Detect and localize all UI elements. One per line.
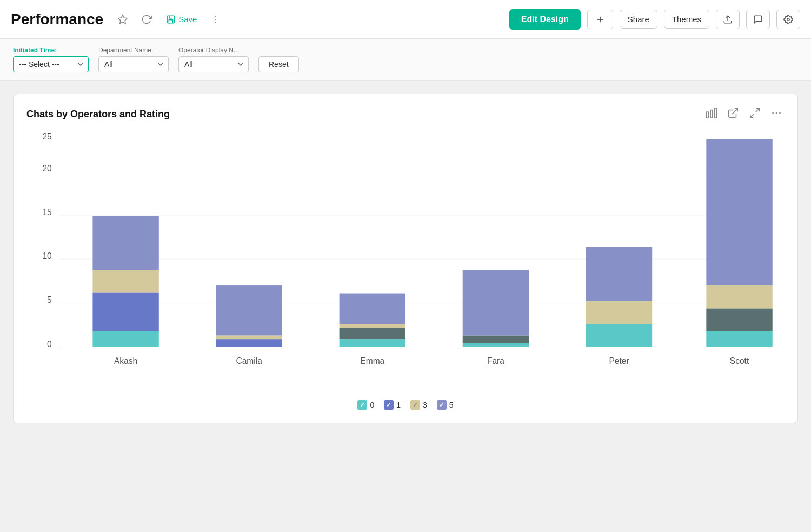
page-title: Performance: [11, 11, 103, 28]
svg-point-16: [776, 112, 777, 114]
svg-rect-37: [216, 285, 282, 335]
svg-text:Fara: Fara: [487, 356, 504, 365]
comment-icon: [753, 15, 763, 24]
svg-marker-0: [118, 15, 128, 23]
svg-line-13: [756, 109, 759, 112]
themes-button[interactable]: Themes: [664, 10, 709, 29]
save-button[interactable]: Save: [162, 12, 201, 26]
svg-text:5: 5: [47, 295, 52, 304]
edit-design-button[interactable]: Edit Design: [509, 9, 581, 30]
initiated-time-select[interactable]: --- Select ---: [13, 56, 89, 72]
refresh-icon: [141, 14, 152, 25]
svg-point-17: [779, 112, 781, 114]
svg-point-3: [215, 18, 216, 19]
chart-title: Chats by Operators and Rating: [26, 109, 170, 120]
svg-rect-45: [463, 335, 529, 343]
bar-chart-svg: 0 5 10 15 20 25: [26, 130, 785, 383]
legend-label-1: 1: [396, 401, 401, 409]
more-vertical-icon: [211, 15, 221, 24]
legend-item-5: ✓ 5: [437, 400, 454, 410]
svg-text:Akash: Akash: [114, 356, 137, 365]
reset-button[interactable]: Reset: [258, 56, 299, 72]
filters-bar: Initiated Time: --- Select --- Departmen…: [0, 39, 811, 81]
svg-rect-54: [706, 285, 772, 308]
svg-rect-33: [92, 216, 158, 270]
svg-point-8: [787, 18, 790, 21]
share-button[interactable]: Share: [620, 10, 657, 29]
svg-text:Camila: Camila: [236, 356, 262, 365]
svg-text:25: 25: [42, 132, 51, 141]
svg-rect-52: [706, 331, 772, 347]
legend-item-0: ✓ 0: [357, 400, 374, 410]
svg-text:Scott: Scott: [730, 356, 749, 365]
settings-icon: [783, 15, 793, 24]
svg-rect-36: [216, 335, 282, 339]
svg-rect-53: [706, 308, 772, 331]
initiated-time-label: Initiated Time:: [13, 46, 89, 54]
chart-more-icon[interactable]: [768, 105, 785, 124]
chart-actions: [703, 105, 785, 124]
svg-line-14: [750, 114, 754, 117]
chart-type-icon[interactable]: [703, 105, 720, 124]
department-name-label: Department Name:: [98, 46, 169, 54]
svg-rect-42: [340, 294, 406, 324]
expand-icon[interactable]: [747, 105, 763, 124]
svg-rect-32: [92, 270, 158, 292]
svg-text:Peter: Peter: [609, 356, 629, 365]
maximize-icon: [749, 107, 761, 119]
page-header: Performance Save Edit Design Share Theme…: [0, 0, 811, 39]
svg-rect-50: [586, 247, 652, 301]
svg-rect-11: [715, 108, 717, 118]
svg-rect-35: [216, 339, 282, 347]
open-external-icon[interactable]: [725, 105, 741, 124]
svg-point-15: [772, 112, 774, 114]
legend-checkbox-5[interactable]: ✓: [437, 400, 447, 410]
chart-container: 0 5 10 15 20 25: [14, 130, 797, 390]
main-content: Chats by Operators and Rating: [0, 81, 811, 436]
favorite-button[interactable]: [114, 12, 131, 27]
comments-button[interactable]: [746, 10, 770, 29]
external-link-icon: [727, 107, 739, 119]
save-icon: [166, 15, 176, 24]
department-name-select[interactable]: All: [98, 56, 169, 72]
svg-rect-31: [92, 292, 158, 331]
svg-point-2: [215, 16, 216, 17]
legend-item-3: ✓ 3: [410, 400, 427, 410]
refresh-button[interactable]: [138, 12, 155, 27]
svg-rect-9: [707, 112, 709, 118]
initiated-time-filter: Initiated Time: --- Select ---: [13, 46, 89, 72]
svg-rect-1: [167, 16, 175, 23]
operator-display-filter: Operator Display N... All: [178, 46, 249, 72]
svg-text:0: 0: [47, 340, 52, 349]
star-icon: [117, 14, 128, 25]
add-button[interactable]: [587, 10, 613, 29]
svg-rect-30: [92, 331, 158, 347]
svg-rect-41: [340, 324, 406, 328]
export-icon: [723, 15, 733, 24]
plus-icon: [595, 15, 605, 24]
legend-label-0: 0: [370, 401, 374, 409]
legend-checkbox-0[interactable]: ✓: [357, 400, 367, 410]
legend-label-3: 3: [423, 401, 427, 409]
svg-rect-49: [586, 301, 652, 324]
dots-horizontal-icon: [770, 107, 782, 119]
operator-display-select[interactable]: All: [178, 56, 249, 72]
legend-item-1: ✓ 1: [384, 400, 401, 410]
legend-label-5: 5: [449, 401, 454, 409]
department-name-filter: Department Name: All: [98, 46, 169, 72]
svg-rect-10: [710, 110, 713, 118]
chart-card-header: Chats by Operators and Rating: [14, 94, 797, 130]
svg-text:10: 10: [42, 251, 52, 261]
svg-point-4: [215, 22, 216, 23]
svg-rect-48: [586, 324, 652, 347]
svg-text:20: 20: [42, 164, 52, 173]
settings-button[interactable]: [776, 10, 800, 29]
more-options-button[interactable]: [208, 12, 224, 26]
legend-checkbox-3[interactable]: ✓: [410, 400, 420, 410]
svg-rect-55: [706, 139, 772, 285]
export-button[interactable]: [716, 10, 740, 29]
legend-checkbox-1[interactable]: ✓: [384, 400, 394, 410]
svg-rect-46: [463, 270, 529, 335]
svg-rect-40: [340, 328, 406, 339]
chart-card: Chats by Operators and Rating: [13, 94, 798, 423]
